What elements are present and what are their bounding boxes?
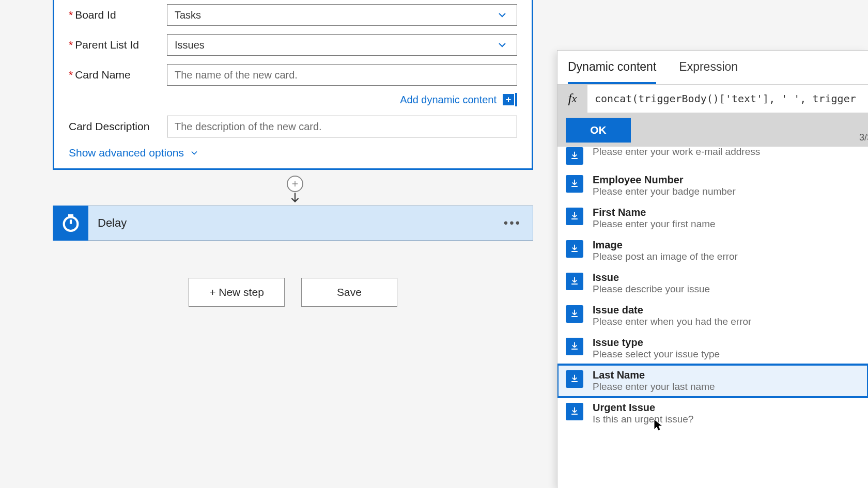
chevron-down-icon (495, 8, 509, 22)
dyn-item-desc: Please post an image of the error (593, 251, 738, 262)
form-field-icon (566, 175, 583, 193)
dyn-item-title: Issue type (593, 337, 720, 349)
field-label: *Board Id (69, 9, 167, 21)
field-label-text: Card Description (69, 120, 149, 132)
dyn-item-title: Image (593, 239, 738, 251)
dynamic-content-panel: 3/3 Dynamic content Expression fx concat… (557, 50, 868, 488)
dyn-item-desc: Please enter your work e-mail address (593, 147, 760, 158)
dynamic-items-list: EmailPlease enter your work e-mail addre… (557, 147, 868, 488)
field-label-text: Board Id (75, 9, 116, 21)
advanced-label: Show advanced options (69, 147, 184, 159)
dyn-item-last-name[interactable]: Last NamePlease enter your last name (557, 365, 868, 397)
dyn-item-text: IssuePlease describe your issue (593, 272, 710, 295)
dynamic-anchor-icon (515, 93, 517, 106)
form-field-icon (566, 208, 583, 225)
dyn-item-desc: Please enter your last name (593, 381, 715, 392)
action-card: *Board IdTasks*Parent List IdIssues*Card… (53, 0, 533, 170)
dyn-item-desc: Please describe your issue (593, 284, 710, 295)
dyn-item-text: Issue typePlease select your issue type (593, 337, 720, 360)
form-field-icon (566, 370, 583, 388)
dyn-item-title: Employee Number (593, 174, 736, 186)
expression-row: fx concat(triggerBody()['text'], ' ', tr… (557, 85, 868, 113)
dyn-item-desc: Please enter your badge number (593, 186, 736, 197)
dyn-item-text: ImagePlease post an image of the error (593, 239, 738, 262)
form-field-icon (566, 338, 583, 355)
dyn-item-text: EmailPlease enter your work e-mail addre… (593, 147, 760, 158)
field-row: *Board IdTasks (69, 0, 517, 30)
field-row: *Parent List IdIssues (69, 30, 517, 60)
field-label-text: Card Name (75, 69, 130, 81)
add-between-connector (283, 176, 307, 207)
text-input[interactable] (175, 121, 509, 133)
step-delay[interactable]: Delay ••• (53, 206, 533, 241)
dyn-item-desc: Please select your issue type (593, 349, 720, 360)
new-step-button[interactable]: + New step (189, 278, 285, 307)
corner-counter: 3/3 (859, 132, 868, 143)
arrow-down-icon (283, 191, 307, 207)
dyn-item-desc: Please enter when you had the error (593, 316, 751, 327)
form-field-icon (566, 273, 583, 290)
dyn-item-first-name[interactable]: First NamePlease enter your first name (557, 202, 868, 234)
input-card-name[interactable] (167, 64, 517, 86)
form-field-icon (566, 240, 583, 258)
select-value: Issues (175, 39, 205, 51)
add-dynamic-link[interactable]: Add dynamic content (400, 94, 497, 106)
required-asterisk: * (69, 39, 73, 51)
chevron-down-icon (189, 148, 199, 158)
dyn-item-text: Urgent IssueIs this an urgent issue? (593, 402, 693, 425)
field-row: Card Description (69, 112, 517, 141)
delay-icon (53, 206, 88, 241)
dyn-item-title: Last Name (593, 369, 715, 381)
dyn-item-issue-date[interactable]: Issue datePlease enter when you had the … (557, 300, 868, 332)
dyn-item-urgent-issue[interactable]: Urgent IssueIs this an urgent issue? (557, 397, 868, 430)
dyn-tabs: Dynamic content Expression (557, 51, 868, 85)
dyn-item-issue[interactable]: IssuePlease describe your issue (557, 267, 868, 300)
dyn-item-text: Last NamePlease enter your last name (593, 369, 715, 392)
svg-point-3 (64, 217, 78, 231)
field-label-text: Parent List Id (75, 39, 139, 51)
dyn-item-text: Issue datePlease enter when you had the … (593, 304, 751, 327)
field-label: Card Description (69, 120, 167, 133)
form-field-icon (566, 305, 583, 323)
dyn-item-image[interactable]: ImagePlease post an image of the error (557, 234, 868, 267)
form-field-icon (566, 147, 583, 165)
input-card-description[interactable] (167, 116, 517, 137)
step-title: Delay (98, 216, 504, 230)
dyn-item-email[interactable]: EmailPlease enter your work e-mail addre… (557, 147, 868, 169)
dyn-item-employee-number[interactable]: Employee NumberPlease enter your badge n… (557, 169, 868, 202)
text-input[interactable] (175, 69, 509, 81)
show-advanced-options[interactable]: Show advanced options (69, 141, 517, 159)
tab-dynamic-content[interactable]: Dynamic content (568, 60, 656, 84)
plus-circle-icon[interactable] (287, 176, 303, 192)
ok-button[interactable]: OK (566, 118, 631, 143)
select-value: Tasks (175, 9, 201, 21)
dyn-item-desc: Please enter your first name (593, 218, 716, 230)
select-parent-list-id[interactable]: Issues (167, 34, 517, 56)
dyn-item-text: Employee NumberPlease enter your badge n… (593, 174, 736, 197)
chevron-down-icon (495, 38, 509, 52)
dyn-item-text: First NamePlease enter your first name (593, 207, 716, 230)
fx-icon: fx (557, 85, 587, 113)
expression-input[interactable]: concat(triggerBody()['text'], ' ', trigg… (587, 85, 868, 113)
dyn-item-desc: Is this an urgent issue? (593, 414, 693, 425)
dyn-item-title: Issue (593, 272, 710, 284)
tab-expression[interactable]: Expression (679, 60, 738, 84)
field-label: *Card Name (69, 69, 167, 81)
required-asterisk: * (69, 69, 73, 81)
bottom-buttons: + New step Save (189, 278, 397, 307)
dyn-item-title: Urgent Issue (593, 402, 693, 414)
dyn-item-title: First Name (593, 207, 716, 218)
more-menu-icon[interactable]: ••• (504, 216, 521, 230)
dyn-item-issue-type[interactable]: Issue typePlease select your issue type (557, 332, 868, 365)
save-button[interactable]: Save (301, 278, 397, 307)
dyn-item-title: Issue date (593, 304, 751, 316)
add-dynamic-plus-icon[interactable]: + (503, 94, 514, 105)
select-board-id[interactable]: Tasks (167, 4, 517, 26)
form-field-icon (566, 403, 583, 420)
field-label: *Parent List Id (69, 39, 167, 51)
field-row: *Card Name (69, 60, 517, 90)
required-asterisk: * (69, 9, 73, 21)
add-dynamic-row: Add dynamic content+ (69, 90, 517, 112)
ok-row: OK (557, 113, 868, 147)
